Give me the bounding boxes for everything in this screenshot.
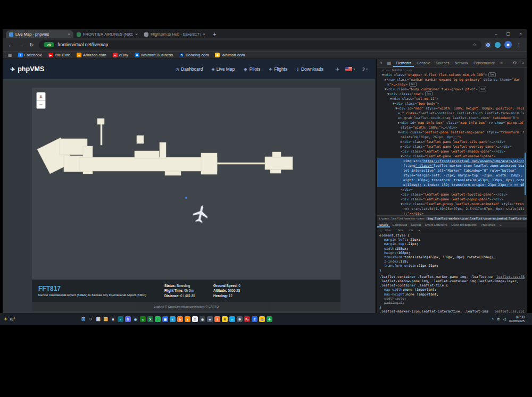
devtools-tab-performance[interactable]: Performance bbox=[471, 59, 497, 67]
show-desktop-button[interactable] bbox=[528, 316, 529, 323]
style-line[interactable]: } bbox=[377, 268, 527, 273]
devtools-tab-sources[interactable]: Sources bbox=[433, 59, 452, 67]
dom-line[interactable]: style="margin-left: -21px; margin-top: -… bbox=[377, 173, 525, 178]
style-line[interactable]: element.style { bbox=[377, 233, 527, 238]
cls-toggle[interactable]: .cls bbox=[408, 229, 413, 232]
taskbar-msfs-icon[interactable]: ✈ bbox=[266, 315, 273, 324]
taskbar-filezilla-icon[interactable]: Fz bbox=[244, 315, 251, 324]
new-style-rule-button[interactable]: + bbox=[418, 229, 420, 232]
dom-line[interactable]: ▼<div class="col-md-12"> bbox=[377, 96, 525, 101]
dom-line[interactable]: <div class="leaflet-pane leaflet-tooltip… bbox=[377, 192, 525, 197]
hidden-icons-caret[interactable]: ^ bbox=[492, 317, 493, 321]
style-line[interactable]: max-width: none !important; bbox=[377, 288, 527, 292]
flex-badge[interactable]: flex bbox=[409, 82, 417, 87]
hov-toggle[interactable]: :hov bbox=[397, 229, 403, 232]
tab-close-icon[interactable]: × bbox=[135, 32, 138, 37]
dom-line[interactable]: ▼<div id="map" style="width: 100%; heigh… bbox=[377, 106, 525, 111]
minimize-button[interactable]: – bbox=[490, 29, 502, 38]
bookmark-star-icon[interactable]: ☆ bbox=[472, 42, 477, 47]
taskbar-spotify-icon[interactable]: ♪ bbox=[154, 315, 161, 324]
devtools-tab-network[interactable]: Network bbox=[452, 59, 471, 67]
taskbar-discord-icon[interactable]: D bbox=[124, 315, 131, 324]
taskbar-xbox-icon[interactable]: x bbox=[139, 315, 146, 324]
style-line[interactable]: transform: translate3d(453px, 139px, 0px… bbox=[377, 255, 527, 259]
dom-line[interactable]: eight: 168px; transform: translate3d(453… bbox=[377, 178, 525, 182]
forward-button[interactable]: → bbox=[18, 42, 24, 48]
bookmark-walmart-business[interactable]: ✱Walmart Business bbox=[135, 53, 173, 57]
profile-avatar[interactable]: ☻ bbox=[504, 41, 512, 48]
dom-line[interactable]: </div> bbox=[377, 187, 525, 192]
style-line[interactable]: } bbox=[377, 305, 527, 309]
extension-icon[interactable] bbox=[495, 42, 501, 48]
flex-badge[interactable]: flex bbox=[488, 72, 496, 77]
taskbar-firefox-icon[interactable]: f bbox=[214, 315, 221, 324]
dom-line[interactable]: );"></div> bbox=[377, 211, 525, 215]
weather-widget[interactable]: ☀ 78° bbox=[4, 313, 15, 325]
style-line[interactable]: margin-top: -21px; bbox=[377, 242, 527, 246]
devtools-tab-elements[interactable]: Elements bbox=[393, 59, 414, 67]
zoom-out-button[interactable]: − bbox=[37, 100, 45, 108]
dom-line[interactable]: <img src="https://frontiervirtual.net/as… bbox=[377, 158, 525, 163]
style-line[interactable]: height: 168px; bbox=[377, 251, 527, 255]
dom-line[interactable]: ▶<div id="map-info-box" class="map-info-… bbox=[377, 120, 525, 125]
style-line[interactable]: width: auto; bbox=[377, 297, 527, 301]
taskbar-vlc-icon[interactable]: ▲ bbox=[184, 315, 191, 324]
sidebar-tab-styles[interactable]: Styles bbox=[377, 222, 390, 227]
sidebar-tab-dom-breakpoints[interactable]: DOM Breakpoints bbox=[449, 222, 478, 227]
taskbar-code-icon[interactable]: ‹› bbox=[229, 315, 236, 324]
taskbar-excel-icon[interactable]: X bbox=[147, 315, 154, 324]
back-button[interactable]: ← bbox=[7, 42, 14, 48]
nav-flights[interactable]: ✈Flights bbox=[269, 66, 287, 72]
taskbar-edge-icon[interactable]: e bbox=[117, 315, 124, 324]
style-line[interactable]: .leaflet-container .leaflet-marker-pane … bbox=[377, 275, 527, 279]
css-source-link[interactable]: leaflet.css:56 bbox=[493, 275, 527, 279]
nav-pilots[interactable]: ☻Pilots bbox=[243, 66, 260, 72]
sidebar-tab-properties[interactable]: Properties bbox=[479, 222, 497, 227]
clock[interactable]: 07:30 03/08/2025 bbox=[509, 315, 525, 323]
sidebar-tab-layout[interactable]: Layout bbox=[409, 222, 423, 227]
flex-badge[interactable]: flex bbox=[425, 91, 433, 96]
inspect-icon[interactable]: ⌖ bbox=[377, 61, 385, 66]
bookmark-booking-com[interactable]: BBooking.com bbox=[179, 53, 209, 57]
taskbar-obs-studio-icon[interactable]: ◙ bbox=[110, 315, 117, 324]
dom-line[interactable]: ▼<div class="wrapper d-flex flex-column … bbox=[377, 72, 525, 77]
taskbar-chrome-icon[interactable]: ◎ bbox=[259, 315, 265, 324]
nav-dashboard[interactable]: ◷Dashboard bbox=[176, 66, 203, 72]
taskbar-blender-icon[interactable]: b bbox=[177, 315, 184, 324]
bookmark-ebay[interactable]: eeBay bbox=[113, 53, 128, 57]
address-bar[interactable]: vfk frontiervirtual.net/livemap ☆ bbox=[39, 40, 481, 49]
dom-line[interactable]: rm: translate3d(1.40425e+07px, 2.54417e+… bbox=[377, 206, 525, 211]
devtools-close-icon[interactable]: × bbox=[519, 61, 527, 65]
bookmark-facebook[interactable]: fFacebook bbox=[18, 53, 42, 57]
tab-close-icon[interactable]: × bbox=[203, 32, 205, 37]
apps-grid-icon[interactable]: ▦ bbox=[8, 53, 12, 57]
style-line[interactable]: max-height: none !important; bbox=[377, 292, 527, 297]
theme-toggle[interactable]: ☽ ▾ bbox=[361, 66, 368, 72]
style-line[interactable]: padding: 0; bbox=[377, 301, 527, 305]
style-line[interactable]: transform-origin: 21px 21px; bbox=[377, 264, 527, 268]
taskbar-edge-dev-icon[interactable]: E bbox=[251, 315, 258, 324]
dom-line[interactable]: ▶<div class="leaflet-pane leaflet-tile-p… bbox=[377, 139, 525, 144]
dom-line[interactable]: <div class="leaflet-pane leaflet-popup-p… bbox=[377, 197, 525, 201]
dom-line[interactable]: ▼<div class="leaflet-pane leaflet-map-pa… bbox=[377, 130, 525, 134]
dom-line[interactable]: <!-- Navbar --> bbox=[377, 67, 525, 72]
zoom-in-button[interactable]: + bbox=[37, 92, 45, 100]
dom-line[interactable]: e;" class="leaflet-container leaflet-tou… bbox=[377, 111, 525, 115]
style-line[interactable]: z-index: 139; bbox=[377, 259, 527, 264]
style-line[interactable]: width: 158px; bbox=[377, 247, 527, 251]
sidebar-tab-event-listeners[interactable]: Event Listeners bbox=[423, 222, 449, 227]
dom-line[interactable]: nslate3d(101px, 261px, 0px);"> bbox=[377, 134, 525, 139]
tab-close-icon[interactable]: × bbox=[68, 32, 70, 37]
dom-line[interactable]: ▶<div class="leaflet-pane leaflet-overla… bbox=[377, 144, 525, 149]
dom-line[interactable]: <div class="leaflet-pane leaflet-shadow-… bbox=[377, 149, 525, 154]
menu-dots-icon[interactable]: ⋮ bbox=[516, 42, 522, 48]
nav-live-map[interactable]: ◈Live Map bbox=[212, 66, 235, 72]
bookmark-youtube[interactable]: ▶YouTube bbox=[48, 53, 70, 57]
taskbar-file-explorer-icon[interactable]: ▤ bbox=[102, 315, 109, 324]
taskbar-contacts-icon[interactable]: ☻ bbox=[206, 315, 213, 324]
reload-button[interactable]: ↻ bbox=[28, 42, 35, 48]
taskbar-notepad-icon[interactable]: ≡ bbox=[192, 315, 198, 324]
dom-line[interactable]: et-grab leaflet-touch-drag leaflet-touch… bbox=[377, 115, 525, 120]
nav-downloads[interactable]: ⇓Downloads bbox=[296, 66, 323, 72]
dom-line[interactable]: style="width: 100%;">…</div> bbox=[377, 125, 525, 130]
